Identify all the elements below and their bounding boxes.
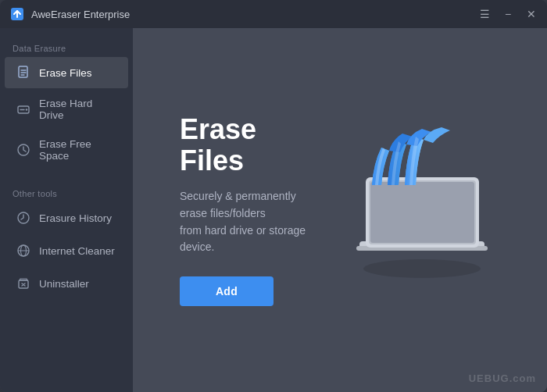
sidebar-label-erasure-history: Erasure History xyxy=(39,212,112,224)
uninstaller-icon xyxy=(16,276,31,291)
sidebar-item-erasure-history[interactable]: Erasure History xyxy=(5,202,128,233)
main-layout: Data Erasure Erase Files xyxy=(0,28,547,392)
free-space-icon xyxy=(16,142,31,158)
titlebar: AweEraser Enterprise ☰ − ✕ xyxy=(0,0,547,28)
app-icon xyxy=(9,6,25,22)
watermark-subtext: .com xyxy=(509,372,536,384)
sidebar-label-internet-cleaner: Internet Cleaner xyxy=(39,245,115,257)
sidebar: Data Erasure Erase Files xyxy=(0,28,133,392)
file-icon xyxy=(16,65,31,80)
sidebar-item-erase-files[interactable]: Erase Files xyxy=(5,57,128,88)
watermark: UEBUG.com xyxy=(469,372,536,384)
section-other-tools-label: Other tools xyxy=(0,183,133,201)
section-data-erasure-label: Data Erasure xyxy=(0,37,133,56)
laptop-svg xyxy=(320,124,508,296)
sidebar-item-internet-cleaner[interactable]: Internet Cleaner xyxy=(5,235,128,266)
sidebar-item-uninstaller[interactable]: Uninstaller xyxy=(5,268,128,299)
history-icon xyxy=(16,210,31,226)
app-title: AweEraser Enterprise xyxy=(31,9,478,20)
page-title: Erase Files xyxy=(180,114,320,176)
svg-rect-14 xyxy=(370,182,474,243)
app-window: AweEraser Enterprise ☰ − ✕ Data Erasure … xyxy=(0,0,547,392)
svg-point-3 xyxy=(26,109,27,110)
minimize-button[interactable]: − xyxy=(502,8,514,20)
sidebar-label-erase-files: Erase Files xyxy=(39,67,92,79)
svg-point-9 xyxy=(363,259,481,278)
page-description: Securely & permanently erase files/folde… xyxy=(180,188,320,256)
content-area: Erase Files Securely & permanently erase… xyxy=(133,28,547,392)
internet-cleaner-icon xyxy=(16,243,31,258)
add-button[interactable]: Add xyxy=(180,276,274,306)
sidebar-item-erase-free-space[interactable]: Erase Free Space xyxy=(5,130,128,169)
sidebar-label-uninstaller: Uninstaller xyxy=(39,278,89,290)
close-button[interactable]: ✕ xyxy=(525,8,538,20)
illustration xyxy=(320,124,508,296)
content-left: Erase Files Securely & permanently erase… xyxy=(180,114,320,306)
sidebar-item-erase-hard-drive[interactable]: Erase Hard Drive xyxy=(5,90,128,129)
hard-drive-icon xyxy=(16,102,31,117)
titlebar-controls: ☰ − ✕ xyxy=(478,8,538,20)
sidebar-label-erase-hard-drive: Erase Hard Drive xyxy=(39,98,117,121)
menu-button[interactable]: ☰ xyxy=(478,8,491,20)
sidebar-label-erase-free-space: Erase Free Space xyxy=(39,138,117,162)
watermark-text: UEBUG xyxy=(469,372,509,384)
svg-rect-1 xyxy=(19,66,27,77)
